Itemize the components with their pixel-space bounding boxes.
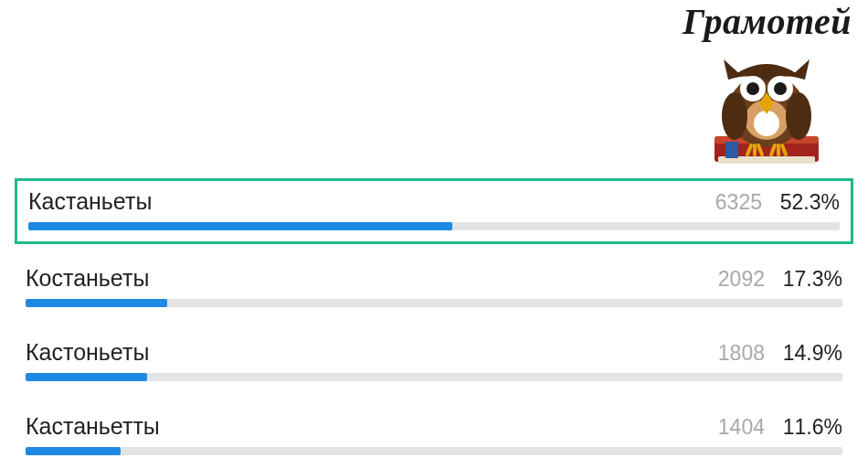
answer-option[interactable]: Костаньеты 2092 17.3% <box>15 256 853 318</box>
answer-count: 1404 <box>692 415 765 440</box>
svg-point-7 <box>722 92 747 140</box>
answer-label: Кастаньеты <box>28 188 689 215</box>
progress-track <box>26 447 842 455</box>
svg-point-8 <box>786 92 811 140</box>
progress-track <box>28 222 840 230</box>
svg-point-11 <box>746 82 759 95</box>
progress-track <box>26 299 842 307</box>
svg-rect-3 <box>725 142 738 158</box>
answer-option[interactable]: Кастаньеты 6325 52.3% <box>15 178 853 244</box>
answer-count: 2092 <box>692 267 765 292</box>
answer-list: Кастаньеты 6325 52.3% Костаньеты 2092 17… <box>15 178 853 458</box>
answer-percent: 52.3% <box>762 190 840 215</box>
answer-label: Кастаньетты <box>26 413 692 440</box>
progress-track <box>26 373 842 381</box>
progress-fill <box>26 447 121 455</box>
answer-percent: 17.3% <box>765 267 842 292</box>
app-branding: Грамотей <box>683 0 852 167</box>
answer-percent: 14.9% <box>765 341 842 366</box>
answer-option[interactable]: Кастаньетты 1404 11.6% <box>15 404 853 458</box>
progress-fill <box>26 373 147 381</box>
answer-count: 1808 <box>692 341 765 366</box>
answer-percent: 11.6% <box>765 415 842 440</box>
answer-label: Кастоньеты <box>26 339 692 366</box>
answer-label: Костаньеты <box>26 265 692 292</box>
progress-fill <box>26 299 167 307</box>
svg-point-6 <box>754 111 779 136</box>
app-title: Грамотей <box>683 0 852 43</box>
owl-on-book-icon <box>698 39 835 167</box>
svg-point-12 <box>774 82 787 95</box>
answer-count: 6325 <box>689 190 762 215</box>
answer-option[interactable]: Кастоньеты 1808 14.9% <box>15 330 853 392</box>
progress-fill <box>28 222 452 230</box>
